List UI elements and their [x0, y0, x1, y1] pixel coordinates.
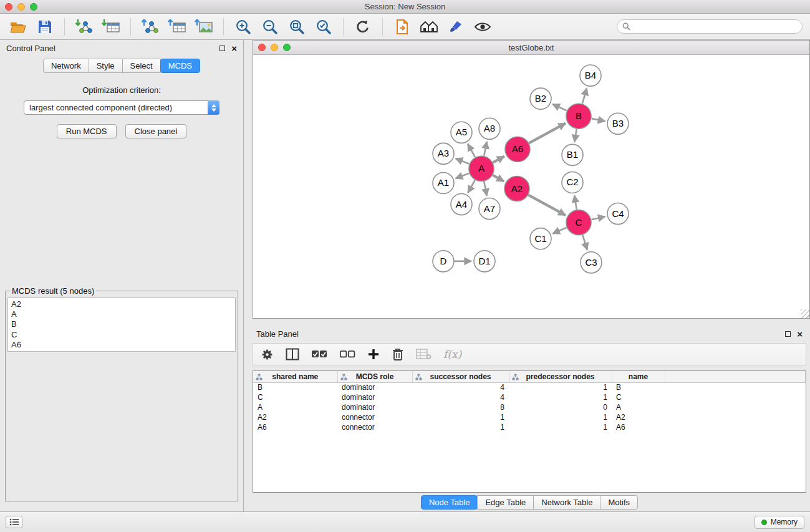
table-cell[interactable]: A6 [253, 422, 337, 432]
memory-button[interactable]: Memory [755, 516, 804, 529]
refresh-icon[interactable] [352, 17, 374, 37]
search-input[interactable] [634, 22, 797, 31]
add-row-icon[interactable] [367, 348, 380, 360]
float-table-panel-icon[interactable] [785, 331, 791, 337]
table-cell[interactable]: A2 [612, 412, 665, 422]
edge-A-A8[interactable] [484, 142, 487, 156]
table-cell[interactable]: 1 [509, 422, 612, 432]
tab-mcds[interactable]: MCDS [160, 59, 200, 73]
network-canvas[interactable]: B4B2BB3A5A8A6A3B1AC2A1A2A4A7C4CC1C3DD1 [253, 55, 809, 318]
node-C4[interactable]: C4 [607, 203, 629, 225]
node-B3[interactable]: B3 [607, 113, 629, 134]
edge-A2-C[interactable] [528, 195, 566, 215]
table-cell[interactable]: dominator [337, 382, 412, 392]
network-window-titlebar[interactable]: testGlobe.txt [253, 41, 809, 55]
node-B[interactable]: B [566, 104, 591, 128]
edge-A-A4[interactable] [468, 180, 475, 193]
import-network-icon[interactable] [74, 17, 95, 37]
table-row[interactable]: A6 connector 1 1 A6 [253, 422, 806, 432]
table-cell[interactable]: 1 [509, 412, 612, 422]
edge-A-A2[interactable] [493, 175, 504, 181]
export-image-icon[interactable] [193, 17, 215, 37]
show-details-eye-icon[interactable] [472, 17, 493, 37]
edge-A-A3[interactable] [456, 158, 470, 164]
close-panel-icon[interactable]: × [231, 46, 237, 51]
node-A8[interactable]: A8 [479, 118, 500, 139]
table-cell[interactable]: A6 [612, 422, 665, 432]
edge-A-A5[interactable] [468, 144, 475, 157]
table-row[interactable]: C dominator 4 1 C [253, 392, 806, 402]
table-cell[interactable]: C [612, 392, 665, 402]
zoom-fit-icon[interactable] [286, 17, 307, 37]
style-brush-icon[interactable] [445, 17, 466, 37]
open-document-icon[interactable] [392, 17, 413, 37]
table-cell[interactable]: A [612, 402, 665, 412]
edge-B-B3[interactable] [592, 118, 605, 121]
edge-A-A1[interactable] [456, 173, 470, 178]
tab-network[interactable]: Network [43, 59, 89, 73]
node-C2[interactable]: C2 [562, 172, 583, 193]
edge-B-B4[interactable] [582, 88, 587, 104]
column-header-predecessor-nodes[interactable]: predecessor nodes [509, 371, 612, 382]
table-row[interactable]: B dominator 4 1 B [253, 382, 806, 392]
edge-C-C3[interactable] [582, 235, 587, 250]
select-all-icon[interactable] [311, 350, 327, 359]
table-row[interactable]: A dominator 8 0 A [253, 402, 806, 412]
node-D1[interactable]: D1 [474, 251, 495, 272]
save-session-icon[interactable] [34, 17, 55, 37]
table-row[interactable]: A2 connector 1 1 A2 [253, 412, 806, 422]
zoom-out-icon[interactable] [259, 17, 281, 37]
node-A6[interactable]: A6 [505, 137, 530, 162]
tab-motifs[interactable]: Motifs [600, 495, 638, 510]
node-C1[interactable]: C1 [530, 228, 551, 249]
table-cell[interactable]: 1 [412, 422, 509, 432]
tab-style[interactable]: Style [89, 59, 123, 73]
zoom-selected-icon[interactable] [313, 17, 334, 37]
split-column-icon[interactable] [286, 348, 299, 360]
table-cell[interactable]: A2 [253, 412, 337, 422]
dropdown-stepper-icon[interactable] [208, 100, 219, 115]
delete-row-trash-icon[interactable] [392, 347, 404, 361]
edge-A-A6[interactable] [493, 157, 504, 163]
edge-B-B2[interactable] [552, 104, 567, 110]
node-A5[interactable]: A5 [451, 122, 472, 143]
edge-C-C4[interactable] [592, 216, 605, 220]
ndex-home-icon[interactable] [418, 17, 440, 37]
table-cell[interactable]: 1 [509, 382, 612, 392]
node-B4[interactable]: B4 [580, 65, 601, 86]
column-header-mcds-role[interactable]: MCDS role [337, 371, 412, 382]
tab-node-table[interactable]: Node Table [421, 495, 478, 510]
node-D[interactable]: D [433, 251, 454, 272]
table-cell[interactable]: C [253, 392, 337, 402]
table-cell[interactable]: connector [337, 422, 412, 432]
node-A3[interactable]: A3 [433, 143, 454, 164]
table-cell[interactable]: 1 [509, 392, 612, 402]
node-A4[interactable]: A4 [451, 194, 472, 215]
export-network-icon[interactable] [140, 17, 161, 37]
table-cell[interactable]: 8 [412, 402, 509, 412]
table-cell[interactable]: 4 [412, 392, 509, 402]
export-table-icon[interactable] [166, 17, 188, 37]
column-header-name[interactable]: name [612, 371, 665, 382]
open-session-icon[interactable] [7, 17, 29, 37]
task-history-icon[interactable] [6, 516, 22, 528]
criterion-dropdown[interactable]: largest connected component (directed) [24, 100, 219, 115]
table-cell[interactable]: dominator [337, 402, 412, 412]
edge-A6-B[interactable] [529, 123, 566, 143]
close-table-panel-icon[interactable]: × [797, 331, 803, 337]
edge-B-B1[interactable] [574, 129, 576, 142]
column-header-shared-name[interactable]: shared name [253, 371, 337, 382]
table-cell[interactable]: 1 [412, 412, 509, 422]
settings-gear-icon[interactable] [261, 348, 274, 361]
node-C3[interactable]: C3 [581, 252, 602, 273]
node-A1[interactable]: A1 [433, 172, 454, 193]
column-header-successor-nodes[interactable]: successor nodes [412, 371, 509, 382]
table-cell[interactable]: B [253, 382, 337, 392]
tab-edge-table[interactable]: Edge Table [477, 495, 534, 510]
edge-C-C1[interactable] [552, 228, 566, 234]
mcds-result-list[interactable]: A2 A B C A6 [7, 297, 236, 352]
float-panel-icon[interactable] [219, 46, 225, 51]
resize-grip[interactable] [801, 309, 809, 318]
node-A[interactable]: A [469, 156, 494, 181]
table-cell[interactable]: A [253, 402, 337, 412]
